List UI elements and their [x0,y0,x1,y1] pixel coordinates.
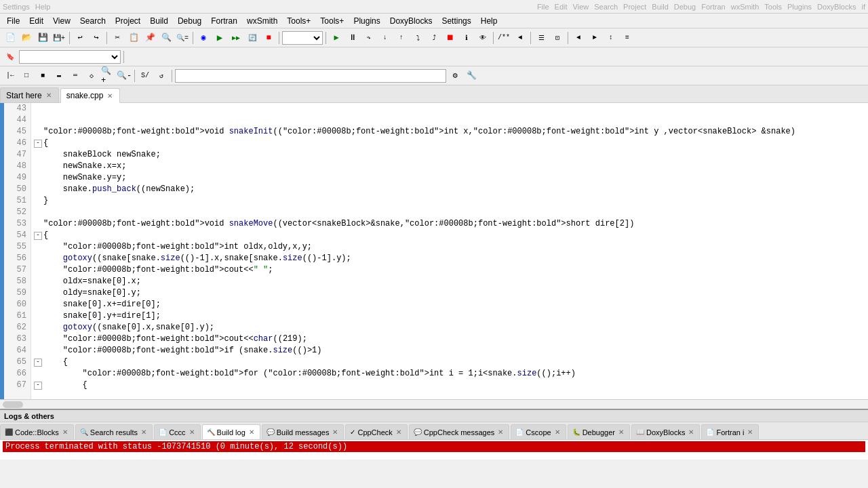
menu-settings[interactable]: Settings [437,15,475,27]
btn-extra2[interactable]: ◄ [513,30,528,45]
menu-wxsmith[interactable]: wxSmith [243,15,281,27]
btn-find-replace[interactable]: 🔍= [175,30,190,45]
btn-stop-build[interactable]: ■ [261,30,276,45]
menu-tools2[interactable]: Tools+ [316,15,348,27]
btn-box-outline[interactable]: □ [19,68,34,83]
btn-extra-right[interactable]: ≡ [620,30,635,45]
btn-comment[interactable]: S/ [138,68,153,83]
scope-dropdown[interactable] [19,50,121,64]
bottom-tab-close-doxyblocks[interactable]: ✕ [687,428,695,436]
btn-debug-step-in[interactable]: ↓ [378,30,393,45]
btn-cc-settings[interactable]: 🔧 [464,68,479,83]
btn-new-file[interactable]: 📄 [3,30,18,45]
bottom-tab-cccc[interactable]: 📄Cccc✕ [154,424,200,439]
btn-cc-go[interactable]: ⚙ [448,68,462,83]
btn-debug-prev-bp[interactable]: ⤴ [427,30,441,45]
bottom-tab-close-fortran-i[interactable]: ✕ [746,428,754,436]
btn-cut[interactable]: ✂ [110,30,125,45]
bottom-tab-close-code::blocks[interactable]: ✕ [61,428,69,436]
menu-plugins[interactable]: Plugins [349,15,384,27]
tab-snake-cpp[interactable]: snake.cpp ✕ [60,88,121,103]
menu-doxyblocks[interactable]: DoxyBlocks [386,15,437,27]
bottom-tab-doxyblocks[interactable]: 📖DoxyBlocks✕ [631,424,700,439]
btn-build-target[interactable]: ◉ [196,30,211,45]
btn-debug-info[interactable]: ℹ [459,30,474,45]
btn-zoom-out[interactable]: 🔍- [117,68,132,83]
bottom-tab-close-debugger[interactable]: ✕ [617,428,625,436]
bottom-tab-cppcheck-messages[interactable]: 💬CppCheck messages✕ [409,424,510,439]
menu-build[interactable]: Build [146,15,172,27]
btn-box-filled[interactable]: ■ [35,68,50,83]
btn-nav-back[interactable]: ◄ [571,30,586,45]
bottom-tab-close-cccc[interactable]: ✕ [188,428,196,436]
btn-search[interactable]: 🔍 [159,30,174,45]
bottom-tab-icon-cccc: 📄 [159,428,167,436]
menu-fortran[interactable]: Fortran [207,15,241,27]
bottom-tab-search-results[interactable]: 🔍Search results✕ [75,424,153,439]
btn-box-half[interactable]: ▬ [52,68,66,83]
btn-debug-step-out[interactable]: ↑ [394,30,409,45]
btn-debug-next-bp[interactable]: ⤵ [410,30,425,45]
bottom-tab-build-log[interactable]: 🔨Build log✕ [202,424,260,439]
btn-zoom-in[interactable]: 🔍+ [100,68,115,83]
bottom-tab-build-messages[interactable]: 💬Build messages✕ [262,424,344,439]
btn-debug-stop[interactable]: ⏹ [443,30,458,45]
bottom-tab-cppcheck[interactable]: ✓CppCheck✕ [345,424,407,439]
btn-rebuild[interactable]: 🔄 [245,30,260,45]
code-text-53: "color:#00008b;font-weight:bold">void sn… [43,218,634,230]
btn-run-green[interactable]: ▶ [212,30,227,45]
btn-paste[interactable]: 📌 [142,30,157,45]
menu-file[interactable]: File [3,15,24,27]
btn-bookmark[interactable]: 🔖 [3,49,18,64]
build-target-select[interactable] [282,31,323,45]
hscroll-thumb[interactable] [3,401,23,408]
tab-start-here-close[interactable]: ✕ [45,92,53,99]
btn-save-all[interactable]: 💾+ [52,30,66,45]
btn-debug-pause[interactable]: ⏸ [345,30,360,45]
btn-debug-run[interactable]: ▶ [329,30,344,45]
btn-uncomment[interactable]: ↺ [154,68,169,83]
btn-box-wide[interactable]: ═ [68,68,83,83]
menu-tools[interactable]: Tools+ [283,15,315,27]
btn-col1[interactable]: ☰ [534,30,549,45]
btn-cursor-left[interactable]: |← [3,68,18,83]
bottom-tab-close-cppcheck[interactable]: ✕ [395,428,403,436]
btn-col2[interactable]: ⊡ [550,30,565,45]
bottom-tab-close-build-messages[interactable]: ✕ [331,428,339,436]
btn-open[interactable]: 📂 [19,30,34,45]
btn-debug-watches[interactable]: 👁 [475,30,490,45]
menu-view[interactable]: View [49,15,75,27]
bottom-tab-fortran-i[interactable]: 📄Fortran i✕ [701,424,759,439]
btn-jump-decl[interactable]: ↕ [604,30,618,45]
menu-edit[interactable]: Edit [25,15,47,27]
btn-diamond[interactable]: ◇ [84,68,99,83]
bottom-tab-close-cscope[interactable]: ✕ [553,428,561,436]
menu-debug[interactable]: Debug [174,15,205,27]
bottom-tab-debugger[interactable]: 🐛Debugger✕ [568,424,630,439]
btn-copy[interactable]: 📋 [126,30,141,45]
btn-undo[interactable]: ↩ [73,30,87,45]
btn-build-run[interactable]: ▶▶ [229,30,243,45]
fold-icon-46[interactable]: - [34,140,42,148]
bottom-tab-cscope[interactable]: 📄Cscope✕ [511,424,566,439]
bottom-tab-close-build-log[interactable]: ✕ [248,428,256,436]
code-area[interactable]: "color:#00008b;font-weight:bold">void sn… [31,103,868,399]
horizontal-scrollbar[interactable] [0,399,868,409]
tab-snake-cpp-close[interactable]: ✕ [106,92,114,100]
tab-start-here[interactable]: Start here ✕ [0,87,59,102]
bottom-tab-close-search-results[interactable]: ✕ [140,428,148,436]
btn-debug-step-next[interactable]: ↷ [361,30,376,45]
btn-nav-fwd[interactable]: ► [587,30,602,45]
menu-project[interactable]: Project [111,15,144,27]
code-completion-input[interactable] [175,69,446,83]
menu-help[interactable]: Help [477,15,502,27]
menu-search[interactable]: Search [76,15,110,27]
bottom-tab-code::blocks[interactable]: ⬛Code::Blocks✕ [0,424,74,439]
btn-extra1[interactable]: /** [496,30,511,45]
fold-icon-67[interactable]: - [34,382,42,390]
btn-redo[interactable]: ↪ [89,30,104,45]
fold-icon-54[interactable]: - [34,232,42,240]
fold-icon-65[interactable]: - [34,359,42,367]
btn-save[interactable]: 💾 [35,30,50,45]
bottom-tab-close-cppcheck-messages[interactable]: ✕ [496,428,505,436]
